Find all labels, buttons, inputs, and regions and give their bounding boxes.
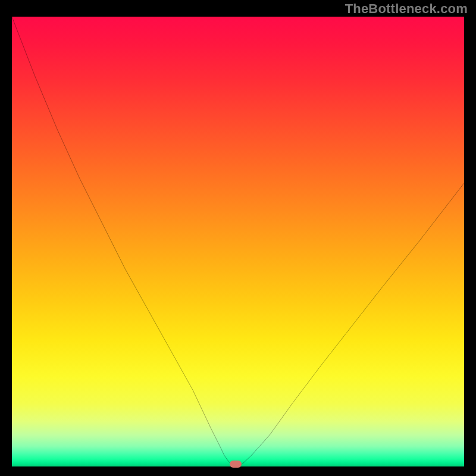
curve-svg [12, 17, 464, 466]
bottleneck-curve [12, 17, 464, 466]
plot-area [12, 17, 464, 466]
optimal-point-marker [230, 461, 242, 468]
watermark-text: TheBottleneck.com [345, 1, 468, 17]
chart-frame: TheBottleneck.com [0, 0, 476, 476]
